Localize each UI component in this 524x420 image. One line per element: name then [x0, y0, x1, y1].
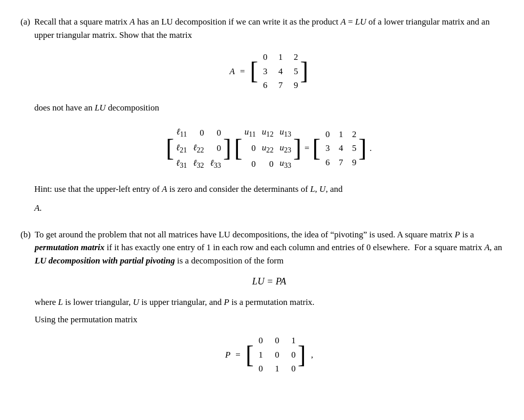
p32: 1: [272, 362, 279, 375]
part-b-content: To get around the problem that not all m…: [35, 228, 504, 385]
var-A-b: A: [484, 242, 489, 252]
bracket-left-P: [246, 343, 254, 367]
l12: 0: [193, 126, 204, 140]
var-A: A: [129, 17, 135, 27]
hint-L-var: L: [310, 184, 315, 194]
p23: 0: [289, 348, 296, 362]
bracket-right-L: [223, 136, 231, 161]
lu-matrix-eq-display: ℓ11 0 0 ℓ21 ℓ22 0 ℓ31 ℓ32 ℓ33: [34, 124, 504, 172]
u21: 0: [245, 142, 256, 155]
bracket-left-A: [250, 59, 258, 83]
matrix-P-display: P = 0 0 1 1 0 0 0 1 0: [35, 333, 504, 377]
u12: u12: [262, 125, 274, 140]
bracket-right-A: [300, 59, 308, 83]
u33: u33: [279, 157, 291, 171]
p11: 0: [256, 334, 263, 347]
bracket-left-rhs: [313, 136, 321, 161]
u31: 0: [245, 158, 256, 171]
part-b-text3: Using the permutation matrix: [35, 313, 504, 326]
part-a-intro: Recall that a square matrix A has an LU …: [34, 15, 504, 41]
lu-equals: =: [304, 142, 310, 155]
LU-text: LU: [95, 103, 106, 113]
r12: 1: [336, 128, 343, 141]
part-a-label: (a): [20, 15, 30, 219]
part-b-text1: To get around the problem that not all m…: [35, 228, 504, 268]
u32: 0: [262, 158, 274, 171]
equals-sign: =: [240, 65, 245, 78]
lu-partial-term: LU decomposition with partial pivoting: [35, 256, 175, 266]
eq-ALU: A: [340, 17, 345, 27]
a21: 3: [260, 65, 267, 78]
hint-A-line: A.: [34, 202, 504, 215]
var-U-b: U: [133, 297, 139, 307]
l33: ℓ33: [210, 157, 221, 171]
matrix-L-inner: ℓ11 0 0 ℓ21 ℓ22 0 ℓ31 ℓ32 ℓ33: [174, 124, 223, 172]
p12: 0: [272, 334, 279, 347]
matrix-P: 0 0 1 1 0 0 0 1 0: [246, 333, 306, 377]
matrix-A-display: A = 0 1 2 3 4 5 6 7 9: [34, 50, 504, 93]
l32: ℓ32: [193, 157, 204, 171]
r31: 6: [322, 156, 330, 169]
equals-P: =: [235, 348, 241, 362]
r22: 4: [336, 142, 343, 155]
r32: 7: [336, 156, 343, 169]
permutation-matrix-term: permutation matrix: [35, 242, 105, 252]
a11: 0: [260, 51, 267, 64]
matrix-A-inner: 0 1 2 3 4 5 6 7 9: [258, 50, 300, 93]
lu-pa-eq: LU: [252, 276, 265, 286]
hint-A-var: A: [162, 184, 167, 194]
r23: 5: [349, 142, 356, 155]
l21: ℓ21: [176, 141, 187, 156]
hint-U-var: U: [319, 184, 325, 194]
comma-P: ,: [311, 348, 313, 362]
hint-text: Hint: use that the upper-left entry of A…: [34, 183, 504, 196]
matrix-A: 0 1 2 3 4 5 6 7 9: [250, 50, 309, 93]
part-a: (a) Recall that a square matrix A has an…: [20, 15, 504, 219]
r33: 9: [349, 156, 356, 169]
a23: 5: [291, 65, 298, 78]
a31: 6: [260, 79, 267, 92]
part-a-content: Recall that a square matrix A has an LU …: [34, 15, 504, 219]
l31: ℓ31: [176, 157, 187, 171]
part-b-text2: where L is lower triangular, U is upper …: [35, 296, 504, 309]
lu-pa-display: LU = PA: [35, 274, 504, 289]
matrix-U-inner: u11 u12 u13 0 u22 u23 0 0 u33: [243, 124, 293, 172]
p21: 1: [256, 348, 263, 362]
a22: 4: [275, 65, 282, 78]
part-b: (b) To get around the problem that not a…: [20, 228, 504, 385]
var-P: P: [455, 230, 460, 239]
l11: ℓ11: [176, 125, 187, 140]
matrix-P-label: P: [225, 348, 230, 362]
p13: 1: [289, 334, 296, 347]
bracket-right-rhs: [358, 136, 366, 161]
var-P-b: P: [224, 297, 229, 307]
u23: u23: [279, 141, 291, 156]
l22: ℓ22: [193, 141, 204, 156]
l13: 0: [210, 126, 221, 140]
r13: 2: [349, 128, 356, 141]
u11: u11: [245, 125, 256, 140]
matrix-U: u11 u12 u13 0 u22 u23 0 0 u33: [234, 124, 301, 172]
var-L-b: L: [58, 297, 63, 307]
matrix-P-inner: 0 0 1 1 0 0 0 1 0: [254, 333, 298, 377]
period-a: .: [369, 142, 372, 155]
a13: 2: [291, 51, 298, 64]
r11: 0: [322, 128, 330, 141]
matrix-rhs: 0 1 2 3 4 5 6 7 9: [313, 127, 367, 170]
u13: u13: [279, 125, 291, 140]
bracket-left-U: [234, 136, 243, 161]
a32: 7: [275, 79, 282, 92]
bracket-right-P: [298, 343, 306, 367]
matrix-rhs-inner: 0 1 2 3 4 5 6 7 9: [320, 127, 358, 170]
p22: 0: [272, 348, 279, 362]
matrix-A-label: A: [230, 65, 235, 78]
a33: 9: [291, 79, 298, 92]
part-b-label: (b): [20, 228, 31, 385]
l23: 0: [210, 142, 221, 155]
r21: 3: [322, 142, 330, 155]
part-a-conclusion: does not have an LU decomposition: [34, 101, 504, 115]
bracket-left-L: [166, 136, 174, 161]
u22: u22: [262, 141, 274, 156]
p31: 0: [256, 362, 263, 375]
matrix-L: ℓ11 0 0 ℓ21 ℓ22 0 ℓ31 ℓ32 ℓ33: [166, 124, 231, 172]
